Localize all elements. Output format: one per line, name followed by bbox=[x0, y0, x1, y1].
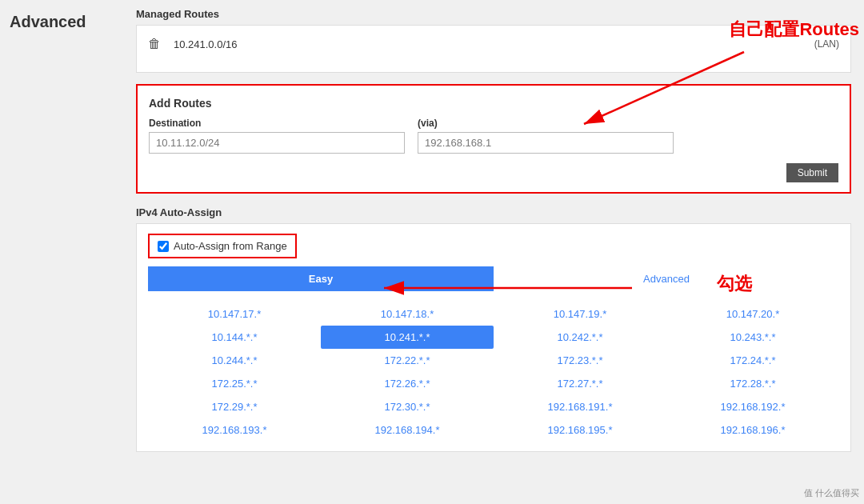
ip-cell[interactable]: 10.244.*.* bbox=[148, 349, 321, 372]
ip-cell[interactable]: 192.168.191.* bbox=[494, 395, 666, 418]
destination-label: Destination bbox=[149, 118, 405, 129]
managed-routes-box: 🗑 10.241.0.0/16 (LAN) bbox=[136, 25, 851, 73]
managed-routes-label: Managed Routes bbox=[136, 8, 851, 20]
page-wrapper: Advanced Managed Routes 🗑 10.241.0.0/16 … bbox=[0, 0, 864, 504]
route-lan-tag: (LAN) bbox=[814, 38, 839, 50]
ip-cell[interactable]: 192.168.194.* bbox=[321, 418, 494, 442]
ip-cell[interactable]: 172.26.*.* bbox=[321, 372, 494, 395]
ip-cell[interactable]: 10.242.*.* bbox=[494, 326, 666, 349]
delete-route-icon[interactable]: 🗑 bbox=[148, 37, 161, 51]
ip-cell[interactable]: 10.147.20.* bbox=[666, 302, 839, 326]
ip-cell[interactable]: 172.27.*.* bbox=[494, 372, 666, 395]
add-routes-box: Add Routes Destination (via) Submit bbox=[136, 84, 851, 194]
tab-advanced[interactable]: Advanced bbox=[494, 266, 839, 291]
tab-easy[interactable]: Easy bbox=[148, 266, 494, 291]
ip-cell[interactable]: 192.168.192.* bbox=[666, 395, 839, 418]
via-label: (via) bbox=[418, 118, 674, 129]
ipv4-section: Auto-Assign from Range Easy Advanced 10.… bbox=[136, 223, 851, 452]
ip-cell[interactable]: 10.147.18.* bbox=[321, 302, 494, 326]
tabs-row: Easy Advanced bbox=[148, 266, 839, 291]
ip-cell[interactable]: 10.243.*.* bbox=[666, 326, 839, 349]
ip-cell[interactable]: 192.168.196.* bbox=[666, 418, 839, 442]
ip-cell[interactable]: 192.168.195.* bbox=[494, 418, 666, 442]
route-address: 10.241.0.0/16 bbox=[174, 38, 238, 50]
ip-cell[interactable]: 10.147.19.* bbox=[494, 302, 666, 326]
ip-cell[interactable]: 10.144.*.* bbox=[148, 326, 321, 349]
route-row: 🗑 10.241.0.0/16 (LAN) bbox=[148, 34, 839, 54]
ip-cell[interactable]: 10.241.*.* bbox=[321, 326, 494, 349]
auto-assign-checkbox-row: Auto-Assign from Range bbox=[148, 234, 297, 258]
via-input[interactable] bbox=[418, 132, 674, 154]
ip-cell[interactable]: 10.147.17.* bbox=[148, 302, 321, 326]
ip-cell[interactable]: 172.28.*.* bbox=[666, 372, 839, 395]
ipv4-label: IPv4 Auto-Assign bbox=[136, 206, 851, 218]
ip-cell[interactable]: 172.22.*.* bbox=[321, 349, 494, 372]
destination-input[interactable] bbox=[149, 132, 405, 154]
destination-group: Destination bbox=[149, 118, 405, 154]
submit-row: Submit bbox=[149, 160, 838, 182]
ip-cell[interactable]: 172.24.*.* bbox=[666, 349, 839, 372]
submit-button[interactable]: Submit bbox=[786, 163, 838, 182]
page-title: Advanced bbox=[10, 13, 118, 31]
add-routes-title: Add Routes bbox=[149, 97, 838, 110]
via-group: (via) bbox=[418, 118, 674, 154]
left-panel: Advanced bbox=[0, 0, 128, 504]
auto-assign-label: Auto-Assign from Range bbox=[174, 240, 287, 252]
ip-grid: 10.147.17.*10.147.18.*10.147.19.*10.147.… bbox=[148, 302, 839, 442]
ip-cell[interactable]: 172.29.*.* bbox=[148, 395, 321, 418]
auto-assign-checkbox[interactable] bbox=[158, 241, 169, 252]
ip-cell[interactable]: 172.30.*.* bbox=[321, 395, 494, 418]
ip-cell[interactable]: 192.168.193.* bbox=[148, 418, 321, 442]
add-routes-form-row: Destination (via) bbox=[149, 118, 838, 154]
ip-cell[interactable]: 172.25.*.* bbox=[148, 372, 321, 395]
ip-cell[interactable]: 172.23.*.* bbox=[494, 349, 666, 372]
main-content: Managed Routes 🗑 10.241.0.0/16 (LAN) Add… bbox=[128, 0, 864, 504]
